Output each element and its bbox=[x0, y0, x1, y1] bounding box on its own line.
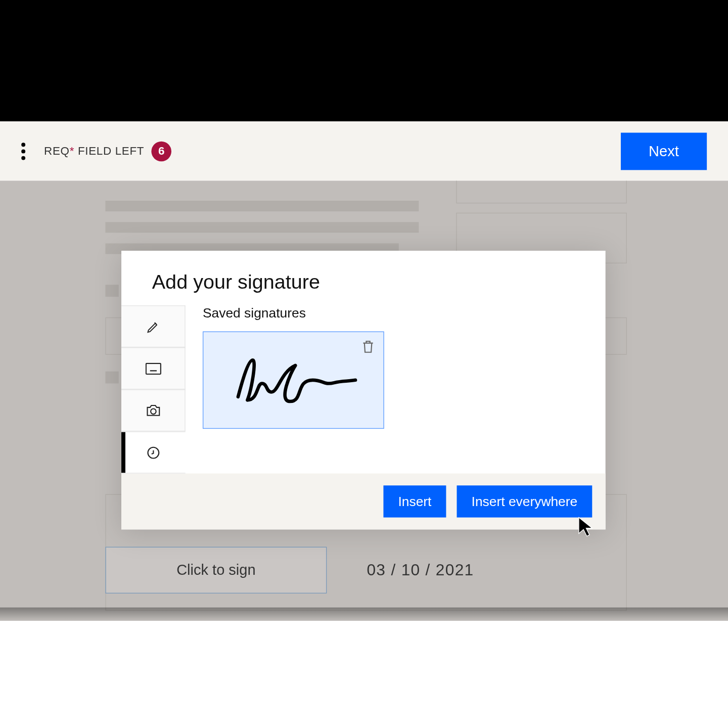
click-to-sign-field[interactable]: Click to sign bbox=[105, 547, 327, 594]
kebab-menu[interactable] bbox=[21, 143, 25, 160]
next-button[interactable]: Next bbox=[621, 132, 707, 170]
top-blackbar bbox=[0, 0, 728, 121]
tab-type[interactable] bbox=[121, 347, 186, 389]
required-count-badge: 6 bbox=[152, 141, 172, 161]
pencil-icon bbox=[146, 319, 160, 334]
saved-signatures-heading: Saved signatures bbox=[203, 305, 592, 321]
required-fields-indicator: REQ* FIELD LEFT 6 bbox=[44, 141, 171, 161]
svg-rect-0 bbox=[146, 363, 160, 374]
insert-button[interactable]: Insert bbox=[383, 485, 446, 517]
page-header: REQ* FIELD LEFT 6 Next bbox=[0, 121, 728, 180]
add-signature-modal: Add your signature bbox=[121, 251, 606, 529]
date-value: 03 / 10 / 2021 bbox=[367, 561, 474, 579]
req-suffix: FIELD LEFT bbox=[74, 145, 144, 157]
svg-point-6 bbox=[150, 408, 156, 414]
modal-title: Add your signature bbox=[121, 251, 606, 305]
signature-glyph bbox=[223, 353, 363, 407]
delete-signature-button[interactable] bbox=[361, 339, 376, 357]
camera-icon bbox=[145, 404, 161, 417]
signature-method-tabs bbox=[121, 305, 186, 473]
req-prefix: REQ bbox=[44, 145, 70, 157]
clock-icon bbox=[146, 445, 161, 460]
tab-draw[interactable] bbox=[121, 305, 186, 347]
keyboard-icon bbox=[145, 362, 161, 375]
trash-icon bbox=[361, 339, 376, 355]
signature-row: Click to sign 03 / 10 / 2021 bbox=[105, 547, 474, 594]
tab-saved[interactable] bbox=[121, 431, 186, 473]
insert-everywhere-button[interactable]: Insert everywhere bbox=[457, 485, 593, 517]
tab-upload[interactable] bbox=[121, 389, 186, 431]
saved-signature-card[interactable] bbox=[203, 332, 384, 429]
modal-footer: Insert Insert everywhere bbox=[121, 473, 606, 529]
